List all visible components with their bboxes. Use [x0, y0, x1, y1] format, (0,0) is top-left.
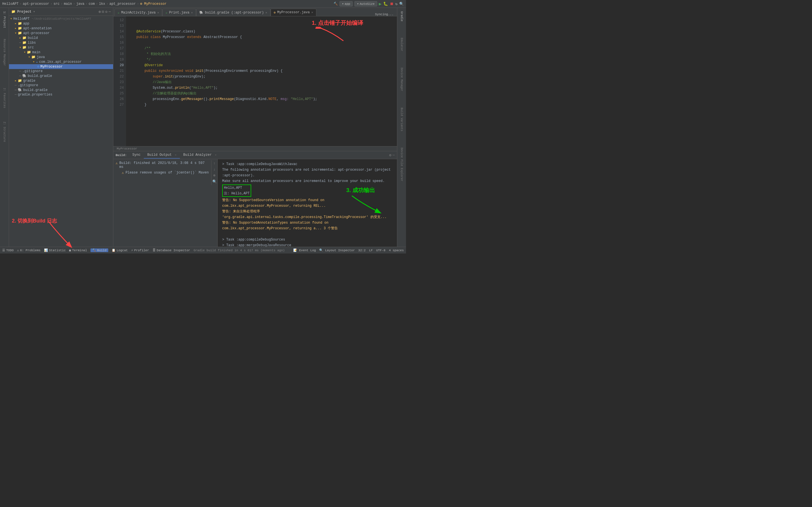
build-output[interactable]: > Task :app:compileDebugJavaWithJavac Th… [218, 159, 397, 247]
tab-buildgradle[interactable]: 🐘 build.gradle (:apt-processor) ✕ [196, 9, 270, 16]
breadcrumb-item[interactable]: apt-processor [23, 2, 49, 6]
build-settings-icon[interactable]: ⚙ [389, 153, 391, 158]
collapse-icon[interactable]: ⊟ [102, 10, 104, 14]
tab-close-icon[interactable]: ✕ [311, 11, 313, 14]
tree-item-label: gradle.properties [18, 93, 52, 97]
breadcrumb-item[interactable]: lkx [99, 2, 105, 6]
tab-label: MyProcessor.java [277, 10, 310, 14]
right-icon-file-explorer[interactable]: Device File Explorer [398, 145, 406, 184]
tree-item-main[interactable]: ▾ 📁 main [9, 50, 113, 55]
project-panel: 📁 Project ▾ ⊕ ⊟ ⚙ — ▾ HelloAPT ~/Android… [9, 8, 113, 247]
sidebar-icon-structure[interactable]: Z: Structure [1, 119, 8, 144]
status-database[interactable]: 🗄 Database Inspector [153, 248, 190, 252]
build-output-line: 警告: No SupportedSourceVersion annotation… [222, 198, 393, 209]
tree-item-root[interactable]: ▾ HelloAPT ~/AndroidStudioProjects/Hello… [9, 16, 113, 21]
tree-item-myprocessor[interactable]: ⚙ MyProcessor [9, 64, 113, 69]
status-profiler[interactable]: ⚡ Profiler [131, 248, 149, 252]
database-icon: 🗄 [153, 248, 156, 252]
build-sidebar-warning-item[interactable]: ⚠ Please remove usages of `jcenter()` Ma… [113, 170, 211, 176]
right-icon-gradle[interactable]: Gradle [398, 9, 406, 24]
build-tab-close-2[interactable]: ✕ [215, 154, 216, 157]
breadcrumb: HelloAPT › apt-processor › src › main › … [2, 2, 334, 6]
java-file-icon: ☕ [117, 11, 119, 14]
breadcrumb-item[interactable]: src [54, 2, 60, 6]
status-build[interactable]: 🔨 Build [91, 248, 108, 252]
build-sidebar-build-item[interactable]: ⚠ Build: finished at 2021/8/18, 3:08 4 s… [113, 160, 211, 170]
left-sidebar-icons: 1: Project Resource Manager 2: Favorites… [0, 8, 9, 247]
status-encoding[interactable]: UTF-8 [376, 249, 386, 252]
autosize-selector[interactable]: ▾ AutoSize [354, 1, 377, 6]
breadcrumb-item[interactable]: apt_processor [109, 2, 136, 6]
build-minimize-icon[interactable]: — [393, 153, 395, 158]
right-icon-build-variants[interactable]: Build Variants [398, 105, 406, 133]
settings-gear-icon[interactable]: ⚙ [105, 10, 107, 14]
build-sidebar-icon-1[interactable]: ↑ [213, 161, 216, 166]
breadcrumb-item[interactable]: HelloAPT [2, 2, 18, 6]
tab-myprocessor[interactable]: ⚙ MyProcessor.java ✕ [271, 9, 316, 16]
app-selector[interactable]: ▾ app [340, 1, 353, 6]
sync-icon[interactable]: ↻ [395, 2, 398, 6]
status-layout-inspector[interactable]: 🔍 Layout Inspector [319, 248, 355, 252]
tree-item-apt-processor[interactable]: ▾ 📁 apt-processor [9, 31, 113, 36]
top-bar: HelloAPT › apt-processor › src › main › … [0, 0, 406, 8]
tab-print[interactable]: ☕ Print.java ✕ [162, 9, 196, 16]
tree-item-gradle[interactable]: ▸ 📁 gradle [9, 78, 113, 83]
tree-item-gitignore2[interactable]: — .gitignore [9, 83, 113, 88]
tab-mainactivity[interactable]: ☕ MainActivity.java ✕ [114, 9, 162, 16]
tab-close-icon[interactable]: ✕ [266, 11, 267, 14]
tree-item-gitignore1[interactable]: — .gitignore [9, 69, 113, 73]
build-tab-analyzer[interactable]: Build Analyzer ✕ [180, 152, 220, 159]
build-sidebar-warning-label: Please remove usages of `jcenter()` Mave… [125, 171, 209, 175]
status-event-log[interactable]: 📝 Event Log [293, 248, 316, 252]
build-tab-output[interactable]: Build Output ✕ [144, 152, 180, 159]
debug-icon[interactable]: 🐛 [383, 1, 388, 6]
sidebar-icon-favorites[interactable]: 2: Favorites [1, 86, 8, 110]
code-content[interactable]: @AutoService(Processor.class) public cla… [126, 16, 397, 146]
sidebar-icon-resource[interactable]: Resource Manager [1, 37, 8, 68]
status-lf[interactable]: LF [369, 249, 373, 252]
tree-item-buildgradle2[interactable]: — 🐘 build.gradle [9, 88, 113, 93]
tree-item-libs[interactable]: — 📁 libs [9, 40, 113, 45]
logcat-icon: 📋 [112, 248, 116, 252]
sidebar-icon-project[interactable]: 1: Project [1, 9, 8, 31]
warning-icon: ⚠ [116, 161, 117, 165]
tree-item-gradle-properties[interactable]: — gradle.properties [9, 93, 113, 97]
tree-item-label: main [32, 50, 40, 54]
right-icon-device-manager[interactable]: Device Manager [398, 65, 406, 94]
tree-item-apt-annotation[interactable]: ▸ 📁 apt-annotation [9, 26, 113, 31]
localize-icon[interactable]: ⊕ [99, 10, 101, 14]
terminal-icon: ▣ [69, 248, 71, 252]
search-icon[interactable]: 🔍 [399, 2, 404, 6]
status-todo[interactable]: ☰ TODO [2, 248, 13, 252]
build-sidebar-icon-4[interactable]: 🔍 [212, 179, 217, 184]
tab-label: Print.java [169, 11, 190, 15]
status-logcat[interactable]: 📋 Logcat [112, 248, 128, 252]
tab-close-icon[interactable]: ✕ [157, 11, 159, 14]
build-status-label: Build [97, 249, 107, 252]
breadcrumb-item[interactable]: main [64, 2, 72, 6]
build-sidebar-item-label: Build: finished at 2021/8/18, 3:08 4 s 5… [119, 161, 209, 169]
run-icon[interactable]: ▶ [379, 1, 382, 7]
status-statistic[interactable]: 📊 Statistic [44, 248, 66, 252]
build-sidebar-icon-2[interactable]: ↓ [213, 167, 216, 172]
tree-item-buildgradle1[interactable]: — 🐘 build.gradle [9, 73, 113, 78]
build-tab-close[interactable]: ✕ [175, 154, 176, 157]
stop-icon[interactable]: ⏹ [390, 2, 394, 6]
tab-close-icon[interactable]: ✕ [191, 11, 193, 14]
tree-item-build[interactable]: ▸ 📁 build [9, 36, 113, 40]
build-sidebar-icon-3[interactable]: ⊕ [213, 173, 216, 178]
tree-item-java[interactable]: ▾ 📁 java [9, 55, 113, 59]
status-terminal[interactable]: ▣ Terminal [69, 248, 87, 252]
hammer-icon[interactable]: 🔨 [334, 2, 338, 6]
status-indent[interactable]: 4 spaces [389, 249, 404, 252]
panel-dropdown-icon[interactable]: ▾ [33, 10, 35, 14]
build-tab-sync[interactable]: Sync [129, 152, 144, 159]
breadcrumb-item[interactable]: com [89, 2, 95, 6]
breadcrumb-item[interactable]: java [76, 2, 84, 6]
tree-item-src[interactable]: ▾ 📁 src [9, 45, 113, 50]
tree-item-package[interactable]: ▾ ☕ com.lkx.apt_processor [9, 59, 113, 64]
status-problems[interactable]: ⚠ 6: Problems [17, 248, 40, 252]
tree-item-app[interactable]: ▸ 📁 app [9, 21, 113, 26]
right-icon-emulator[interactable]: Emulator [398, 36, 406, 54]
close-panel-icon[interactable]: — [109, 10, 111, 14]
